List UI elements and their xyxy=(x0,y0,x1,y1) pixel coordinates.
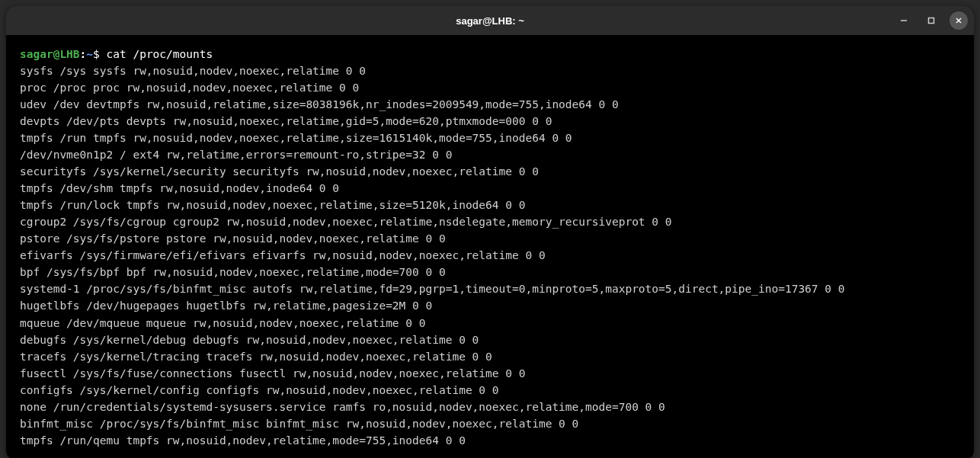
output-line: securityfs /sys/kernel/security security… xyxy=(20,163,960,180)
output-line: debugfs /sys/kernel/debug debugfs rw,nos… xyxy=(20,331,960,348)
output-line: proc /proc proc rw,nosuid,nodev,noexec,r… xyxy=(20,79,960,96)
prompt-symbol: $ xyxy=(93,48,100,60)
output-line: systemd-1 /proc/sys/fs/binfmt_misc autof… xyxy=(20,280,960,297)
output-line: binfmt_misc /proc/sys/fs/binfmt_misc bin… xyxy=(20,415,960,432)
prompt-path: ~ xyxy=(86,48,93,60)
maximize-button[interactable] xyxy=(922,11,940,30)
output-line: tmpfs /run/qemu tmpfs rw,nosuid,nodev,re… xyxy=(20,432,960,449)
output-line: fusectl /sys/fs/fuse/connections fusectl… xyxy=(20,365,960,382)
output-line: devpts /dev/pts devpts rw,nosuid,noexec,… xyxy=(20,113,960,130)
titlebar: sagar@LHB: ~ xyxy=(6,6,974,35)
output-line: mqueue /dev/mqueue mqueue rw,nosuid,node… xyxy=(20,315,960,331)
output-line: hugetlbfs /dev/hugepages hugetlbfs rw,re… xyxy=(20,297,960,314)
output-line: none /run/credentials/systemd-sysusers.s… xyxy=(20,399,960,415)
output-line: tracefs /sys/kernel/tracing tracefs rw,n… xyxy=(20,348,960,365)
output-line: tmpfs /dev/shm tmpfs rw,nosuid,nodev,ino… xyxy=(20,180,960,197)
output-line: tmpfs /run tmpfs rw,nosuid,nodev,noexec,… xyxy=(20,130,960,146)
svg-rect-1 xyxy=(929,18,934,24)
output-line: pstore /sys/fs/pstore pstore rw,nosuid,n… xyxy=(20,230,960,247)
maximize-icon xyxy=(926,15,937,26)
output-line: bpf /sys/fs/bpf bpf rw,nosuid,nodev,noex… xyxy=(20,264,960,280)
command-text: cat /proc/mounts xyxy=(107,48,213,60)
output-line: efivarfs /sys/firmware/efi/efivars efiva… xyxy=(20,247,960,264)
minimize-icon xyxy=(898,15,909,26)
window-title: sagar@LHB: ~ xyxy=(456,15,524,27)
output-line: cgroup2 /sys/fs/cgroup cgroup2 rw,nosuid… xyxy=(20,213,960,230)
output-line: udev /dev devtmpfs rw,nosuid,relatime,si… xyxy=(20,96,960,113)
minimize-button[interactable] xyxy=(895,11,913,30)
output-line: configfs /sys/kernel/config configfs rw,… xyxy=(20,382,960,399)
output-line: tmpfs /run/lock tmpfs rw,nosuid,nodev,no… xyxy=(20,197,960,213)
terminal-body[interactable]: sagar@LHB:~$ cat /proc/mounts sysfs /sys… xyxy=(6,35,974,458)
close-icon xyxy=(953,15,964,26)
terminal-window: sagar@LHB: ~ sagar@LHB:~$ cat /proc/moun… xyxy=(6,6,974,458)
output-container: sysfs /sys sysfs rw,nosuid,nodev,noexec,… xyxy=(20,62,960,449)
output-line: sysfs /sys sysfs rw,nosuid,nodev,noexec,… xyxy=(20,62,960,79)
prompt-separator: : xyxy=(80,48,87,60)
close-button[interactable] xyxy=(950,11,968,30)
window-controls xyxy=(895,11,968,30)
prompt-user-host: sagar@LHB xyxy=(20,48,80,60)
output-line: /dev/nvme0n1p2 / ext4 rw,relatime,errors… xyxy=(20,146,960,163)
